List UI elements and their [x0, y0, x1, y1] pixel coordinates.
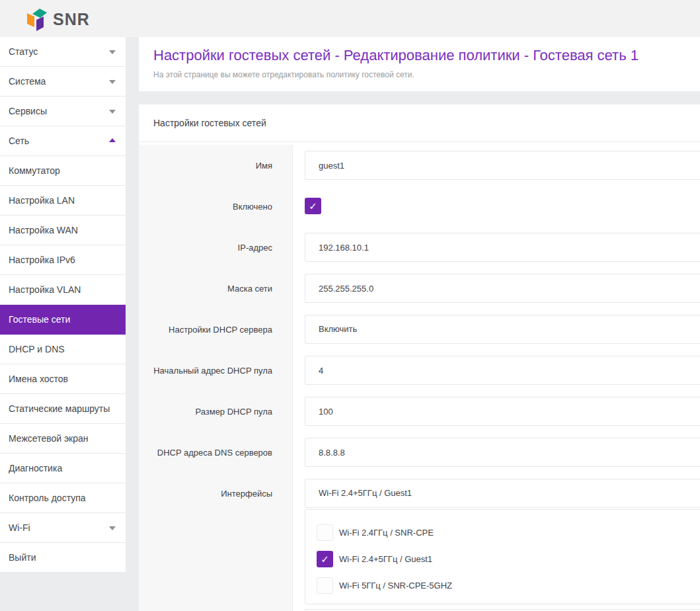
field-value-cell: ✓	[293, 186, 700, 227]
sidebar-item-0[interactable]: Статус	[0, 37, 126, 67]
chevron-down-icon	[109, 526, 116, 530]
field-value-cell	[293, 227, 700, 268]
interfaces-select[interactable]: Wi-Fi 2.4+5ГГц / Guest1	[305, 479, 700, 508]
form-row-ip-address-input: IP-адрес	[139, 227, 700, 268]
check-icon: ✓	[321, 554, 329, 564]
page-title: Настройки гостевых сетей - Редактировани…	[153, 46, 700, 65]
field-value-cell	[293, 145, 700, 186]
field-label: Маска сети	[139, 268, 293, 309]
sidebar-item-label: Гостевые сети	[9, 314, 70, 325]
form-row-dhcp-server-select: Настройки DHCP сервераВключить	[139, 309, 700, 350]
dhcp-server-select[interactable]: Включить	[305, 315, 700, 344]
form-row-enabled-checkbox: Включено✓	[139, 186, 700, 227]
sidebar-item-label: Диагностика	[9, 463, 62, 473]
form-row-interfaces-select: ИнтерфейсыWi-Fi 2.4+5ГГц / Guest1Wi-Fi 2…	[139, 473, 700, 603]
dhcp-pool-size-input[interactable]	[305, 397, 700, 426]
page-header-card: Настройки гостевых сетей - Редактировани…	[139, 37, 700, 91]
form-row-dhcp-dns-input: DHCP адреса DNS серверов	[139, 432, 700, 473]
sidebar: СтатусСистемаСервисыСетьКоммутаторНастро…	[0, 37, 126, 573]
interface-option-checkbox-2[interactable]	[317, 577, 333, 594]
ip-address-input[interactable]	[305, 233, 700, 262]
dhcp-start-input[interactable]	[305, 356, 700, 385]
field-label: DHCP адреса DNS серверов	[139, 432, 293, 473]
field-value-cell	[293, 391, 700, 432]
sidebar-item-4[interactable]: Коммутатор	[0, 156, 126, 186]
interface-option-label: Wi-Fi 2.4+5ГГц / Guest1	[339, 554, 432, 564]
field-value-cell: Включить	[293, 309, 700, 350]
sidebar-item-label: Статические маршруты	[9, 403, 110, 414]
sidebar-item-3[interactable]: Сеть	[0, 126, 126, 156]
chevron-down-icon	[109, 80, 116, 84]
main-content: Настройки гостевых сетей - Редактировани…	[139, 37, 700, 611]
sidebar-item-label: Коммутатор	[9, 165, 60, 176]
field-value-cell: Wi-Fi 2.4+5ГГц / Guest1Wi-Fi 2.4ГГц / SN…	[293, 473, 700, 603]
sidebar-item-label: Система	[9, 76, 46, 87]
field-label	[139, 603, 293, 611]
sidebar-item-label: Сервисы	[9, 106, 47, 116]
chevron-up-icon	[109, 138, 116, 142]
sidebar-item-label: Имена хостов	[9, 374, 68, 384]
field-value-cell	[293, 432, 700, 473]
enabled-checkbox[interactable]: ✓	[305, 198, 321, 214]
page-subtitle: На этой странице вы можете отредактирова…	[153, 70, 700, 79]
sidebar-item-7[interactable]: Настройка IPv6	[0, 245, 126, 275]
interface-option-0[interactable]: Wi-Fi 2.4ГГц / SNR-CPE	[317, 519, 700, 546]
sidebar-item-10[interactable]: DHCP и DNS	[0, 335, 126, 364]
sidebar-item-6[interactable]: Настройка WAN	[0, 216, 126, 245]
sidebar-item-label: DHCP и DNS	[9, 344, 65, 354]
field-label: Имя	[139, 145, 293, 186]
interface-option-checkbox-0[interactable]	[317, 524, 333, 541]
sidebar-item-5[interactable]: Настройка LAN	[0, 186, 126, 216]
interface-option-label: Wi-Fi 5ГГц / SNR-CPE-5GHZ	[339, 581, 452, 591]
sidebar-item-13[interactable]: Межсетевой экран	[0, 424, 126, 454]
field-label: Настройки DHCP сервера	[139, 309, 293, 350]
form-row-dhcp-start-input: Начальный адрес DHCP пула	[139, 350, 700, 391]
sidebar-item-label: Настройка LAN	[9, 195, 75, 206]
form-row-next-field-partial	[139, 603, 700, 611]
interfaces-select-options: Wi-Fi 2.4ГГц / SNR-CPE✓Wi-Fi 2.4+5ГГц / …	[305, 509, 700, 604]
form-row-dhcp-pool-size-input: Размер DHCP пула	[139, 391, 700, 432]
interface-option-label: Wi-Fi 2.4ГГц / SNR-CPE	[339, 528, 434, 538]
sidebar-item-label: Настройка VLAN	[9, 284, 81, 295]
sidebar-item-label: Межсетевой экран	[9, 433, 89, 444]
form-card-title: Настройки гостевых сетей	[139, 104, 700, 142]
sidebar-item-14[interactable]: Диагностика	[0, 454, 126, 483]
chevron-down-icon	[109, 110, 116, 114]
sidebar-item-label: Контроль доступа	[9, 493, 86, 503]
sidebar-item-16[interactable]: Wi-Fi	[0, 513, 126, 543]
sidebar-item-label: Статус	[9, 46, 38, 57]
guest-network-form-card: Настройки гостевых сетей ИмяВключено✓IP-…	[139, 104, 700, 611]
sidebar-item-2[interactable]: Сервисы	[0, 97, 126, 126]
snr-cube-icon	[25, 7, 49, 32]
sidebar-item-label: Wi-Fi	[9, 522, 30, 533]
sidebar-item-12[interactable]: Статические маршруты	[0, 394, 126, 424]
netmask-input[interactable]	[305, 274, 700, 303]
name-input[interactable]	[305, 151, 700, 180]
topbar: SNR	[0, 0, 700, 37]
sidebar-item-8[interactable]: Настройка VLAN	[0, 275, 126, 305]
sidebar-item-label: Сеть	[9, 136, 29, 146]
field-label: IP-адрес	[139, 227, 293, 268]
sidebar-item-15[interactable]: Контроль доступа	[0, 483, 126, 513]
form-row-name-input: Имя	[139, 145, 700, 186]
sidebar-item-17[interactable]: Выйти	[0, 543, 126, 573]
field-value-cell	[293, 268, 700, 309]
field-value-cell	[293, 350, 700, 391]
brand-name: SNR	[53, 10, 90, 29]
sidebar-item-label: Настройка WAN	[9, 225, 78, 235]
form-body: ИмяВключено✓IP-адресМаска сетиНастройки …	[139, 142, 700, 611]
field-label: Включено	[139, 186, 293, 227]
brand-logo[interactable]: SNR	[25, 7, 90, 32]
sidebar-item-1[interactable]: Система	[0, 67, 126, 97]
sidebar-item-9[interactable]: Гостевые сети	[0, 305, 126, 335]
field-label: Размер DHCP пула	[139, 391, 293, 432]
interface-option-1[interactable]: ✓Wi-Fi 2.4+5ГГц / Guest1	[317, 546, 700, 572]
chevron-down-icon	[109, 50, 116, 54]
sidebar-item-11[interactable]: Имена хостов	[0, 364, 126, 394]
interface-option-checkbox-1[interactable]: ✓	[317, 551, 333, 567]
dhcp-dns-input[interactable]	[305, 438, 700, 467]
interface-option-2[interactable]: Wi-Fi 5ГГц / SNR-CPE-5GHZ	[317, 572, 700, 598]
check-icon: ✓	[309, 201, 317, 211]
field-label: Начальный адрес DHCP пула	[139, 350, 293, 391]
sidebar-item-label: Настройка IPv6	[9, 255, 75, 265]
